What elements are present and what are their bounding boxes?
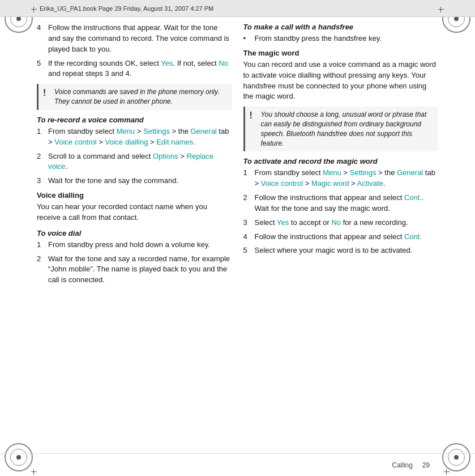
footer-section: Calling	[392, 461, 413, 469]
heading-re-record: To re-record a voice command	[37, 116, 232, 124]
header-crosshair-left	[31, 7, 37, 12]
voice-dial-text-2: Wait for the tone and say a recorded nam…	[48, 254, 232, 286]
magic-item-1: 1 From standby select Menu > Settings > …	[243, 168, 439, 189]
handsfree-text: From standby press the handsfree key.	[255, 33, 439, 44]
voice-dial-text-1: From standby press and hold down a volum…	[48, 240, 232, 250]
item-text-5: If the recording sounds OK, select Yes. …	[48, 58, 232, 80]
item-number-5: 5	[37, 58, 45, 80]
link-magic-word: Magic word	[311, 179, 349, 188]
heading-activate-magic: To activate and record the magic word	[243, 157, 439, 165]
voice-dial-item-1: 1 From standby press and hold down a vol…	[37, 240, 232, 250]
content-area: 4 Follow the instructions that appear. W…	[37, 17, 438, 453]
link-voice-control-2: Voice control	[261, 179, 303, 188]
note-text-2: You should choose a long, unusual word o…	[261, 110, 434, 148]
link-voice-dialling: Voice dialling	[105, 138, 148, 146]
magic-text-1: From standby select Menu > Settings > th…	[255, 168, 439, 189]
magic-item-4: 4 Follow the instructions that appear an…	[243, 232, 439, 243]
magic-item-2: 2 Follow the instructions that appear an…	[243, 193, 439, 214]
link-yes-2: Yes	[277, 218, 289, 227]
magic-item-5: 5 Select where your magic word is to be …	[243, 245, 439, 256]
magic-text-5: Select where your magic word is to be ac…	[255, 245, 439, 256]
item-text-4: Follow the instructions that appear. Wai…	[48, 23, 232, 55]
link-options-1: Options	[153, 152, 178, 160]
re-record-text-3: Wait for the tone and say the command.	[48, 176, 232, 186]
heading-magic-word: The magic word	[243, 49, 439, 57]
magic-item-3: 3 Select Yes to accept or No for a new r…	[243, 218, 439, 228]
note-icon-2: !	[250, 110, 258, 148]
right-note-1: ! You should choose a long, unusual word…	[243, 107, 439, 151]
note-icon-1: !	[43, 87, 51, 107]
link-general-2: General	[397, 168, 423, 177]
link-menu-2: Menu	[323, 168, 341, 177]
re-record-text-2: Scroll to a command and select Options >…	[48, 151, 232, 173]
footer: Calling 29	[0, 453, 475, 476]
link-activate: Activate	[357, 179, 383, 188]
magic-text-3: Select Yes to accept or No for a new rec…	[255, 218, 439, 228]
heading-voice-dialling: Voice dialling	[37, 191, 232, 199]
magic-text-4: Follow the instructions that appear and …	[255, 232, 439, 243]
link-settings-2: Settings	[350, 168, 376, 177]
voice-dial-item-2: 2 Wait for the tone and say a recorded n…	[37, 254, 232, 286]
link-no-2: No	[331, 218, 341, 227]
magic-num-4: 4	[243, 232, 251, 243]
voice-dial-num-1: 1	[37, 240, 45, 250]
link-settings-1: Settings	[143, 127, 170, 135]
item-number-4: 4	[37, 23, 45, 55]
magic-text-2: Follow the instructions that appear and …	[255, 193, 439, 214]
left-note-1: ! Voice commands are saved in the phone …	[37, 84, 232, 110]
link-voice-control-1: Voice control	[54, 138, 96, 146]
handsfree-bullet: • From standby press the handsfree key.	[243, 33, 439, 44]
magic-num-1: 1	[243, 168, 251, 189]
voice-dial-num-2: 2	[37, 254, 45, 286]
link-cont-2: Cont.	[404, 232, 422, 241]
re-record-item-3: 3 Wait for the tone and say the command.	[37, 176, 232, 186]
link-general-1: General	[191, 127, 217, 135]
magic-num-2: 2	[243, 193, 251, 214]
header-text: Erika_UG_PA1.book Page 29 Friday, August…	[40, 5, 213, 12]
re-record-num-3: 3	[37, 176, 45, 186]
page-container: Erika_UG_PA1.book Page 29 Friday, August…	[0, 0, 475, 476]
link-replace-voice: Replace voice	[48, 152, 213, 171]
link-edit-names: Edit names	[156, 138, 193, 146]
link-menu-1: Menu	[117, 127, 135, 135]
bullet-sym-1: •	[243, 33, 251, 44]
heading-handsfree-call: To make a call with a handsfree	[243, 23, 439, 31]
re-record-text-1: From standby select Menu > Settings > th…	[48, 126, 232, 148]
link-yes-1: Yes	[161, 59, 173, 67]
heading-voice-dial: To voice dial	[37, 229, 232, 237]
magic-num-5: 5	[243, 245, 251, 256]
link-cont-1: Cont.	[404, 193, 422, 202]
link-no-1: No	[219, 59, 228, 67]
note-text-1: Voice commands are saved in the phone me…	[54, 87, 228, 107]
right-column: To make a call with a handsfree • From s…	[243, 17, 439, 453]
re-record-item-1: 1 From standby select Menu > Settings > …	[37, 126, 232, 148]
left-item-4: 4 Follow the instructions that appear. W…	[37, 23, 232, 55]
footer-page: 29	[422, 461, 430, 469]
magic-word-para: You can record and use a voice command a…	[243, 60, 439, 102]
header-bar: Erika_UG_PA1.book Page 29 Friday, August…	[0, 0, 475, 17]
re-record-item-2: 2 Scroll to a command and select Options…	[37, 151, 232, 173]
voice-dialling-para: You can hear your recorded contact name …	[37, 202, 232, 223]
header-crosshair-right	[438, 7, 444, 12]
re-record-num-2: 2	[37, 151, 45, 173]
re-record-num-1: 1	[37, 126, 45, 148]
left-item-5: 5 If the recording sounds OK, select Yes…	[37, 58, 232, 80]
magic-num-3: 3	[243, 218, 251, 228]
left-column: 4 Follow the instructions that appear. W…	[37, 17, 232, 453]
